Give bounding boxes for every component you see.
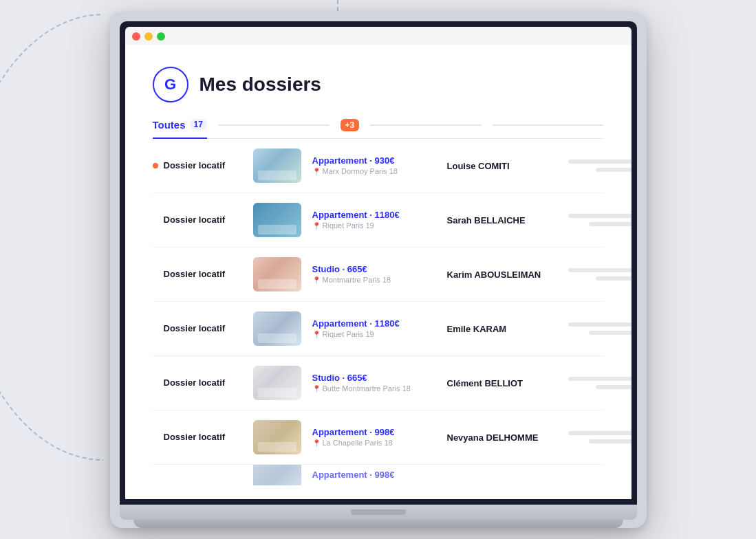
status-bar	[568, 322, 631, 327]
app-header: G Mes dossiers	[153, 67, 604, 102]
property-image	[253, 366, 301, 400]
property-image	[253, 203, 301, 237]
status-bar	[568, 268, 631, 272]
status-bars	[568, 214, 631, 226]
property-name: Appartement · 1180€	[312, 318, 436, 329]
tab-badge-orange[interactable]: +3	[341, 119, 360, 138]
status-dot-hidden	[153, 472, 158, 478]
tenant-name: Emile KARAM	[447, 324, 507, 334]
app-logo: G	[153, 67, 188, 102]
property-name: Appartement · 998€	[312, 470, 436, 480]
property-address: 📍 Butte Montmartre Paris 18	[312, 384, 436, 393]
status-bars	[568, 377, 631, 389]
status-dot-hidden	[153, 380, 158, 386]
property-address: 📍 Montmartre Paris 18	[312, 276, 436, 284]
page-title: Mes dossiers	[199, 74, 321, 96]
screen-content: G Mes dossiers Toutes 17 +3	[125, 45, 631, 499]
traffic-light-green[interactable]	[157, 32, 165, 41]
property-info: Appartement · 1180€ 📍 Riquet Paris 19	[312, 318, 436, 338]
table-row[interactable]: Dossier locatif Appartement · 998€ 📍 La …	[153, 410, 604, 465]
laptop-notch	[351, 509, 406, 515]
tab-line-2	[370, 124, 482, 126]
table-row[interactable]: Dossier locatif Studio · 665€ 📍 Butte Mo…	[153, 356, 604, 410]
type-col: Dossier locatif	[153, 432, 242, 442]
dossier-type-label: Dossier locatif	[164, 214, 226, 225]
tab-line-1	[218, 124, 330, 126]
status-bar	[589, 331, 631, 335]
dossier-type-label: Dossier locatif	[164, 160, 226, 170]
status-dot-hidden	[153, 326, 158, 331]
property-image	[253, 465, 301, 485]
pin-icon: 📍	[312, 331, 321, 338]
dossier-type-label: Dossier locatif	[164, 269, 226, 279]
laptop-mockup: G Mes dossiers Toutes 17 +3	[110, 12, 647, 528]
status-bar	[596, 385, 631, 389]
property-image	[253, 148, 301, 183]
status-dot-hidden	[153, 272, 158, 277]
tenant-col: Sarah BELLAICHE	[447, 214, 557, 226]
traffic-light-yellow[interactable]	[144, 32, 153, 41]
type-col: Dossier locatif	[153, 269, 242, 279]
dossiers-table: Dossier locatif Appartement · 930€ 📍 Mar…	[153, 139, 604, 485]
property-address: 📍 Riquet Paris 19	[312, 221, 436, 230]
property-image	[253, 257, 301, 292]
pin-icon: 📍	[312, 439, 321, 447]
status-bars	[568, 431, 631, 443]
status-bar	[568, 214, 631, 218]
property-address: 📍 Riquet Paris 19	[312, 330, 436, 338]
property-info: Appartement · 998€	[312, 470, 436, 480]
tabs-row: Toutes 17 +3	[153, 119, 604, 139]
property-info: Appartement · 998€ 📍 La Chapelle Paris 1…	[312, 427, 436, 447]
dossier-type-label: Dossier locatif	[164, 377, 226, 388]
pin-icon: 📍	[312, 385, 321, 393]
status-bar	[568, 377, 631, 381]
tab-line-3	[493, 124, 604, 126]
app-main: G Mes dossiers Toutes 17 +3	[125, 45, 631, 499]
status-bar	[596, 168, 631, 172]
laptop-bottom	[133, 520, 623, 528]
table-row[interactable]: Dossier locatif Studio · 665€ 📍 Montmart…	[153, 248, 604, 302]
tab-toutes-count: 17	[190, 119, 207, 130]
status-dot-hidden	[153, 434, 158, 440]
dossier-type-label: Dossier locatif	[164, 432, 226, 442]
pin-icon: 📍	[312, 222, 321, 230]
status-bars	[568, 268, 631, 280]
property-address: 📍 La Chapelle Paris 18	[312, 439, 436, 447]
status-bar	[589, 439, 631, 443]
property-address: 📍 Marx Dormoy Paris 18	[312, 167, 436, 175]
tenant-name: Sarah BELLAICHE	[447, 215, 526, 226]
laptop-base	[120, 505, 637, 520]
property-name: Appartement · 1180€	[312, 210, 436, 220]
tenant-col: Nevyana DELHOMME	[447, 431, 557, 443]
type-col: Dossier locatif	[153, 214, 242, 225]
property-image	[253, 311, 301, 346]
status-bar	[596, 276, 631, 280]
tenant-name: Karim ABOUSLEIMAN	[447, 270, 541, 280]
table-row[interactable]: Dossier locatif Appartement · 1180€ 📍 Ri…	[153, 193, 604, 248]
status-dot-hidden	[153, 217, 158, 223]
property-info: Studio · 665€ 📍 Montmartre Paris 18	[312, 264, 436, 284]
type-col: Dossier locatif	[153, 323, 242, 333]
pin-icon: 📍	[312, 168, 321, 175]
tenant-col: Louise COMITI	[447, 160, 557, 172]
status-bars	[568, 322, 631, 335]
property-info: Appartement · 1180€ 📍 Riquet Paris 19	[312, 210, 436, 230]
tenant-name: Clément BELLIOT	[447, 378, 523, 388]
tenant-col: Karim ABOUSLEIMAN	[447, 268, 557, 280]
pin-icon: 📍	[312, 276, 321, 284]
property-info: Studio · 665€ 📍 Butte Montmartre Paris 1…	[312, 373, 436, 393]
property-name: Studio · 665€	[312, 373, 436, 383]
tenant-name: Louise COMITI	[447, 161, 510, 171]
tab-badge-orange-label: +3	[341, 119, 360, 131]
table-row[interactable]: Dossier locatif Appartement · 1180€ 📍 Ri…	[153, 302, 604, 356]
screen-bezel: G Mes dossiers Toutes 17 +3	[120, 21, 637, 505]
traffic-light-red[interactable]	[132, 32, 140, 41]
tab-toutes-label: Toutes	[153, 119, 186, 131]
table-row[interactable]: Dossier locatif Appartement · 930€ 📍 Mar…	[153, 139, 604, 193]
tenant-col: Clément BELLIOT	[447, 377, 557, 389]
type-col: Dossier locatif	[153, 377, 242, 388]
tab-toutes[interactable]: Toutes 17	[153, 119, 207, 139]
tenant-col: Emile KARAM	[447, 322, 557, 335]
traffic-lights-bar	[125, 27, 631, 45]
status-bar	[568, 431, 631, 435]
